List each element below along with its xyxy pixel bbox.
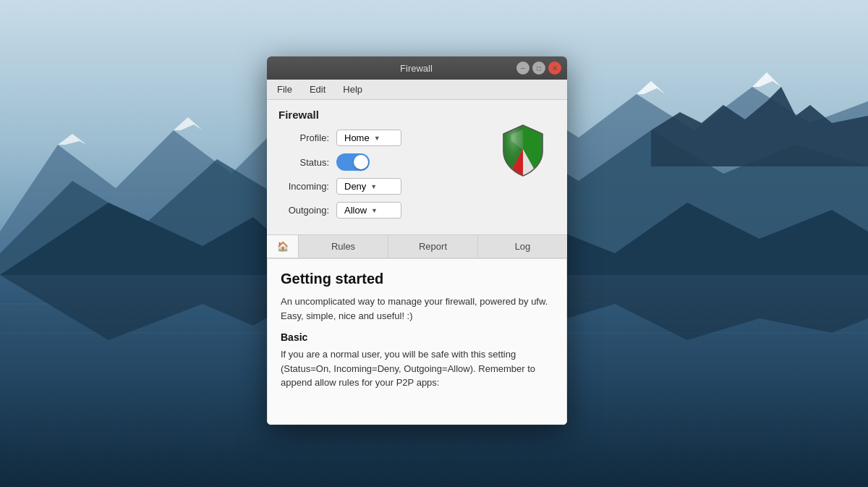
incoming-dropdown[interactable]: Deny ▼ [336, 178, 401, 195]
tab-report[interactable]: Report [388, 235, 478, 258]
basic-subtitle: Basic [281, 331, 553, 343]
window-title: Firewall [316, 63, 516, 74]
titlebar-controls: − □ ✕ [516, 62, 561, 75]
tab-home[interactable]: 🏠 [267, 235, 299, 258]
outgoing-value: Allow [344, 205, 367, 216]
status-toggle[interactable] [336, 153, 370, 171]
outgoing-dropdown[interactable]: Allow ▼ [336, 202, 401, 219]
getting-started-title: Getting started [281, 271, 553, 287]
profile-row: Profile: Home ▼ [278, 130, 490, 146]
incoming-arrow: ▼ [370, 183, 377, 190]
status-row: Status: [278, 153, 490, 171]
incoming-label: Incoming: [278, 181, 336, 192]
outgoing-label: Outgoing: [278, 205, 336, 216]
outgoing-row: Outgoing: Allow ▼ [278, 202, 490, 219]
firewall-window: Firewall − □ ✕ File Edit Help Firewall P… [267, 56, 567, 425]
profile-value: Home [344, 132, 370, 143]
form-rows: Profile: Home ▼ Status: Incomi [278, 130, 490, 226]
menu-edit[interactable]: Edit [305, 82, 330, 96]
minimize-button[interactable]: − [516, 62, 529, 75]
menu-help[interactable]: Help [339, 82, 367, 96]
menu-file[interactable]: File [273, 82, 297, 96]
getting-started-panel: Getting started An uncomplicated way to … [267, 258, 567, 425]
outgoing-arrow: ▼ [371, 207, 378, 214]
profile-arrow: ▼ [374, 135, 380, 142]
shield-area [490, 122, 556, 180]
svg-marker-6 [58, 134, 87, 145]
svg-marker-11 [637, 81, 665, 94]
svg-marker-7 [174, 117, 203, 130]
svg-marker-13 [651, 87, 868, 166]
section-title: Firewall [278, 109, 556, 121]
tab-rules[interactable]: Rules [299, 235, 388, 258]
home-icon: 🏠 [277, 241, 289, 252]
content-area: Firewall Profile: Home ▼ Status: [267, 100, 567, 234]
maximize-button[interactable]: □ [532, 62, 545, 75]
getting-started-intro: An uncomplicated way to manage your fire… [281, 295, 553, 323]
profile-dropdown[interactable]: Home ▼ [336, 130, 401, 146]
profile-label: Profile: [278, 132, 336, 143]
incoming-row: Incoming: Deny ▼ [278, 178, 490, 195]
incoming-value: Deny [344, 181, 366, 192]
basic-text: If you are a normal user, you will be sa… [281, 347, 553, 390]
close-button[interactable]: ✕ [548, 62, 561, 75]
tabs: 🏠 Rules Report Log [267, 234, 567, 258]
titlebar: Firewall − □ ✕ [267, 56, 567, 80]
toggle-thumb [354, 155, 368, 169]
svg-marker-12 [752, 72, 781, 87]
menubar: File Edit Help [267, 80, 567, 100]
tab-log[interactable]: Log [478, 235, 567, 258]
shield-icon [498, 122, 548, 180]
form-area: Profile: Home ▼ Status: Incomi [278, 130, 556, 226]
status-label: Status: [278, 157, 336, 168]
